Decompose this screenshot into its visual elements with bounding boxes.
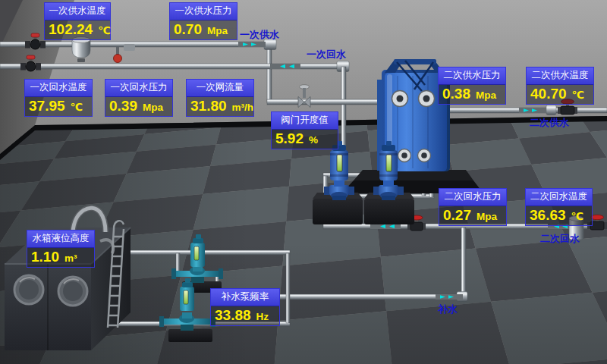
panel-title: 二次回水压力 bbox=[439, 189, 506, 206]
panel-title: 二次回水温度 bbox=[526, 189, 592, 206]
pipe-secondary-supply bbox=[425, 108, 607, 113]
panel-value: 1.10 bbox=[31, 249, 59, 265]
panel-value: 40.70 bbox=[530, 86, 567, 102]
panel-primary-supply-pressure: 一次供水压力 0.70Mpa bbox=[169, 2, 237, 40]
panel-value: 0.27 bbox=[443, 207, 471, 224]
panel-title: 补水泵频率 bbox=[211, 289, 279, 306]
panel-valve-opening: 阀门开度值 5.92% bbox=[271, 111, 338, 149]
panel-value: 5.92 bbox=[275, 130, 304, 147]
panel-value: 36.63 bbox=[530, 207, 566, 224]
panel-value: 31.80 bbox=[190, 98, 227, 115]
panel-primary-supply-temp: 一次供水温度 102.24℃ bbox=[44, 2, 111, 40]
panel-value: 0.70 bbox=[174, 21, 202, 38]
panel-secondary-supply-pressure: 二次供水压力 0.38Mpa bbox=[438, 67, 506, 105]
panel-title: 二次供水温度 bbox=[527, 67, 593, 85]
panel-value: 33.88 bbox=[215, 307, 251, 324]
panel-title: 水箱液位高度 bbox=[27, 231, 94, 248]
panel-title: 一次供水压力 bbox=[170, 3, 237, 20]
panel-secondary-supply-temp: 二次供水温度 40.70℃ bbox=[526, 67, 594, 105]
panel-secondary-return-temp: 二次回水温度 36.63℃ bbox=[525, 188, 593, 226]
pipe-makeup-riser bbox=[461, 228, 466, 296]
panel-unit: ℃ bbox=[571, 210, 583, 222]
panel-unit: Mpa bbox=[476, 89, 496, 101]
panel-secondary-return-pressure: 二次回水压力 0.27Mpa bbox=[439, 188, 507, 226]
hmi-screen: 一次供水 一次回水 二次供水 二次回水 补水 一次供水温度 102.24℃ 一次… bbox=[0, 0, 607, 364]
panel-title: 阀门开度值 bbox=[272, 112, 338, 130]
panel-unit: % bbox=[309, 134, 318, 146]
pipe-label-primary-supply: 一次供水 bbox=[240, 28, 279, 42]
panel-makeup-pump-freq: 补水泵频率 33.88Hz bbox=[210, 288, 280, 326]
panel-title: 一次供水温度 bbox=[45, 3, 110, 20]
panel-unit: m³/h bbox=[232, 102, 254, 113]
pipe-label-primary-return: 一次回水 bbox=[307, 48, 346, 61]
panel-unit: m³ bbox=[64, 253, 77, 264]
panel-title: 二次供水压力 bbox=[439, 67, 505, 85]
pipe-label-secondary-supply: 二次供水 bbox=[530, 116, 569, 130]
panel-title: 一次回水压力 bbox=[105, 80, 172, 97]
pipe-label-secondary-return: 二次回水 bbox=[540, 232, 580, 246]
panel-unit: ℃ bbox=[98, 24, 110, 36]
scada-scene bbox=[0, 0, 607, 364]
panel-value: 37.95 bbox=[29, 98, 65, 115]
pipe-label-makeup: 补水 bbox=[438, 303, 458, 316]
panel-unit: Mpa bbox=[207, 25, 228, 36]
panel-unit: Hz bbox=[256, 311, 269, 322]
panel-unit: Mpa bbox=[143, 102, 163, 113]
panel-primary-return-temp: 一次回水温度 37.95℃ bbox=[24, 79, 93, 117]
panel-value: 0.39 bbox=[109, 98, 137, 115]
panel-tank-level: 水箱液位高度 1.10m³ bbox=[27, 230, 95, 268]
panel-value: 102.24 bbox=[49, 21, 93, 38]
panel-unit: Mpa bbox=[476, 211, 497, 222]
panel-value: 0.38 bbox=[442, 86, 470, 102]
panel-title: 一次网流量 bbox=[187, 80, 253, 97]
panel-title: 一次回水温度 bbox=[25, 80, 92, 97]
panel-primary-return-pressure: 一次回水压力 0.39Mpa bbox=[105, 79, 173, 117]
panel-unit: ℃ bbox=[71, 101, 83, 113]
panel-primary-flow: 一次网流量 31.80m³/h bbox=[186, 79, 254, 117]
panel-unit: ℃ bbox=[572, 89, 584, 101]
